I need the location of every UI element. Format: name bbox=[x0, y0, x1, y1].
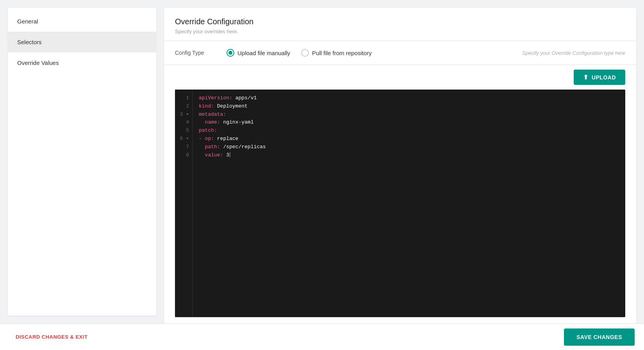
code-line-3: metadata: bbox=[199, 111, 619, 119]
discard-button[interactable]: DISCARD CHANGES & EXIT bbox=[9, 329, 94, 345]
sidebar-item-selectors[interactable]: Selectors bbox=[8, 32, 156, 52]
radio-pull[interactable]: Pull file from repository bbox=[301, 49, 372, 57]
sidebar-item-general[interactable]: General bbox=[8, 11, 156, 32]
sidebar: General Selectors Override Values bbox=[8, 8, 156, 316]
page-title: Override Configuration bbox=[175, 17, 625, 26]
config-type-label: Config Type bbox=[175, 50, 214, 56]
code-editor[interactable]: 1 2 3 ▾ 4 5 6 ▾ 7 8 apiVersion: apps/v1 … bbox=[175, 90, 625, 317]
upload-row: ⬆ UPLOAD bbox=[164, 65, 636, 90]
sidebar-item-override-values[interactable]: Override Values bbox=[8, 52, 156, 73]
code-line-4: name: nginx-yaml bbox=[199, 118, 619, 127]
radio-upload-circle bbox=[227, 49, 234, 57]
config-type-section: Config Type Upload file manually Pull fi… bbox=[164, 41, 636, 65]
content-header: Override Configuration Specify your over… bbox=[164, 8, 636, 41]
upload-button-label: UPLOAD bbox=[592, 74, 616, 81]
radio-pull-label: Pull file from repository bbox=[312, 50, 372, 56]
code-line-2: kind: Deployment bbox=[199, 102, 619, 111]
code-line-6: - op: replace bbox=[199, 135, 619, 143]
upload-button[interactable]: ⬆ UPLOAD bbox=[574, 70, 625, 85]
save-button[interactable]: SAVE CHANGES bbox=[564, 328, 635, 346]
bottom-bar: DISCARD CHANGES & EXIT SAVE CHANGES bbox=[0, 323, 644, 350]
line-numbers: 1 2 3 ▾ 4 5 6 ▾ 7 8 bbox=[175, 90, 193, 317]
upload-icon: ⬆ bbox=[583, 74, 589, 81]
radio-group: Upload file manually Pull file from repo… bbox=[227, 49, 372, 57]
config-type-hint: Specify your Override Configuration type… bbox=[522, 50, 625, 56]
code-line-7: path: /spec/replicas bbox=[199, 143, 619, 151]
radio-upload-label: Upload file manually bbox=[237, 50, 290, 56]
radio-upload[interactable]: Upload file manually bbox=[227, 49, 290, 57]
code-line-5: patch: bbox=[199, 127, 619, 135]
code-content[interactable]: apiVersion: apps/v1 kind: Deployment met… bbox=[193, 90, 625, 317]
code-line-8: value: 3 bbox=[199, 151, 619, 160]
content-area: Override Configuration Specify your over… bbox=[164, 8, 636, 323]
page-subtitle: Specify your overrides here. bbox=[175, 29, 625, 34]
code-line-1: apiVersion: apps/v1 bbox=[199, 94, 619, 102]
radio-pull-circle bbox=[301, 49, 309, 57]
code-editor-container: 1 2 3 ▾ 4 5 6 ▾ 7 8 apiVersion: apps/v1 … bbox=[175, 90, 625, 317]
